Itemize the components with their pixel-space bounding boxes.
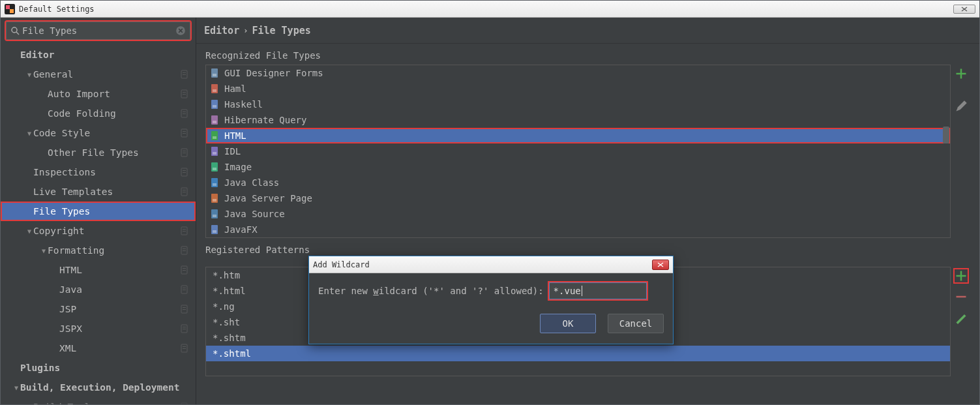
page-icon: [180, 402, 189, 404]
svg-rect-38: [183, 290, 186, 290]
add-pattern-button[interactable]: [955, 269, 968, 282]
file-type-item[interactable]: Haml: [206, 81, 950, 97]
svg-rect-19: [183, 151, 186, 151]
settings-search-input[interactable]: [6, 22, 190, 40]
scrollbar-thumb[interactable]: [943, 127, 949, 143]
svg-rect-8: [183, 74, 186, 75]
file-types-tools: [951, 65, 972, 238]
page-icon: [180, 70, 189, 79]
svg-rect-14: [183, 113, 186, 114]
file-type-item[interactable]: Haskell: [206, 97, 950, 112]
tree-item[interactable]: Code Folding: [1, 104, 196, 123]
svg-rect-23: [183, 172, 186, 173]
edit-file-type-button[interactable]: [955, 100, 968, 113]
file-type-item[interactable]: Hibernate Query: [206, 112, 950, 128]
svg-rect-7: [183, 72, 186, 73]
file-type-item[interactable]: JavaFX: [206, 222, 950, 237]
svg-point-3: [12, 27, 17, 33]
page-icon: [180, 109, 189, 118]
cancel-button[interactable]: Cancel: [608, 314, 664, 333]
tree-item[interactable]: ▶Build Tools: [1, 397, 196, 404]
window-title: Default Settings: [19, 5, 95, 14]
svg-rect-31: [183, 248, 186, 249]
tree-item[interactable]: Plugins: [1, 358, 196, 378]
recognized-types-label: Recognized File Types: [196, 44, 979, 65]
file-type-item[interactable]: Image: [206, 159, 950, 175]
file-type-item[interactable]: GUI Designer Forms: [206, 65, 950, 81]
svg-rect-40: [183, 307, 186, 308]
tree-item[interactable]: JSP: [1, 299, 196, 319]
tree-item[interactable]: Inspections: [1, 162, 196, 182]
svg-rect-2: [10, 9, 14, 13]
tree-item[interactable]: ▼Formatting: [1, 241, 196, 260]
tree-item[interactable]: ▼Build, Execution, Deployment: [1, 378, 196, 397]
svg-rect-26: [183, 192, 186, 192]
clear-search-icon[interactable]: [175, 25, 186, 36]
tree-item[interactable]: Other File Types: [1, 143, 196, 162]
tree-item[interactable]: ▼General: [1, 65, 196, 84]
file-type-item[interactable]: IDL: [206, 143, 950, 159]
file-type-icon: [210, 99, 220, 110]
svg-rect-43: [183, 327, 186, 327]
pattern-item[interactable]: *.shtml: [206, 346, 950, 361]
search-field[interactable]: [22, 25, 175, 36]
file-type-icon: [210, 224, 220, 235]
page-icon: [180, 89, 189, 98]
tree-item[interactable]: Editor: [1, 45, 196, 65]
file-type-icon: [210, 193, 220, 203]
dialog-prompt: Enter new wildcard ('*' and '?' allowed)…: [318, 282, 664, 299]
close-window-button[interactable]: [953, 5, 975, 14]
svg-rect-41: [183, 309, 186, 310]
ok-button[interactable]: OK: [540, 314, 596, 333]
page-icon: [180, 265, 189, 275]
wildcard-input[interactable]: *.vue: [549, 282, 647, 299]
tree-item[interactable]: File Types: [1, 202, 196, 221]
remove-pattern-button[interactable]: [955, 290, 968, 303]
svg-rect-52: [213, 74, 216, 76]
dialog-titlebar: Add Wildcard: [309, 256, 673, 273]
file-type-icon: [210, 146, 220, 157]
svg-rect-60: [213, 136, 216, 139]
svg-line-4: [16, 32, 19, 35]
svg-rect-32: [183, 250, 186, 251]
tree-item[interactable]: Auto Import: [1, 84, 196, 104]
svg-rect-20: [183, 153, 186, 153]
dialog-title: Add Wildcard: [313, 260, 370, 269]
breadcrumb-page: File Types: [252, 25, 310, 37]
page-icon: [180, 305, 189, 314]
tree-item[interactable]: Java: [1, 280, 196, 299]
svg-rect-70: [213, 215, 216, 217]
file-type-icon: [210, 68, 220, 78]
file-type-item[interactable]: Java Server Page: [206, 190, 950, 206]
svg-rect-62: [213, 152, 216, 155]
settings-tree[interactable]: Editor▼GeneralAuto ImportCode Folding▼Co…: [1, 42, 196, 404]
svg-rect-47: [183, 348, 186, 349]
file-type-icon: [210, 115, 220, 125]
page-icon: [180, 324, 189, 333]
file-type-item[interactable]: HTML: [206, 128, 950, 143]
edit-pattern-button[interactable]: [955, 311, 968, 324]
tree-item[interactable]: HTML: [1, 260, 196, 280]
file-type-item[interactable]: Java Source: [206, 206, 950, 222]
tree-item[interactable]: XML: [1, 338, 196, 358]
add-file-type-button[interactable]: [955, 67, 968, 80]
page-icon: [180, 285, 189, 294]
svg-rect-58: [213, 121, 216, 123]
svg-rect-11: [183, 94, 186, 95]
svg-rect-46: [183, 346, 186, 347]
tree-item[interactable]: JSPX: [1, 319, 196, 338]
page-icon: [180, 246, 189, 255]
breadcrumb-root: Editor: [204, 25, 239, 37]
svg-rect-48: [181, 403, 187, 404]
svg-rect-35: [183, 270, 186, 271]
file-types-list[interactable]: GUI Designer FormsHamlHaskellHibernate Q…: [205, 65, 951, 238]
page-icon: [180, 128, 189, 138]
tree-item[interactable]: ▼Code Style: [1, 123, 196, 143]
add-wildcard-dialog: Add Wildcard Enter new wildcard ('*' and…: [308, 256, 674, 344]
svg-rect-13: [183, 112, 186, 112]
dialog-close-button[interactable]: [652, 260, 669, 270]
tree-item[interactable]: Live Templates: [1, 182, 196, 202]
svg-rect-28: [183, 229, 186, 230]
file-type-item[interactable]: Java Class: [206, 175, 950, 190]
tree-item[interactable]: ▼Copyright: [1, 221, 196, 241]
